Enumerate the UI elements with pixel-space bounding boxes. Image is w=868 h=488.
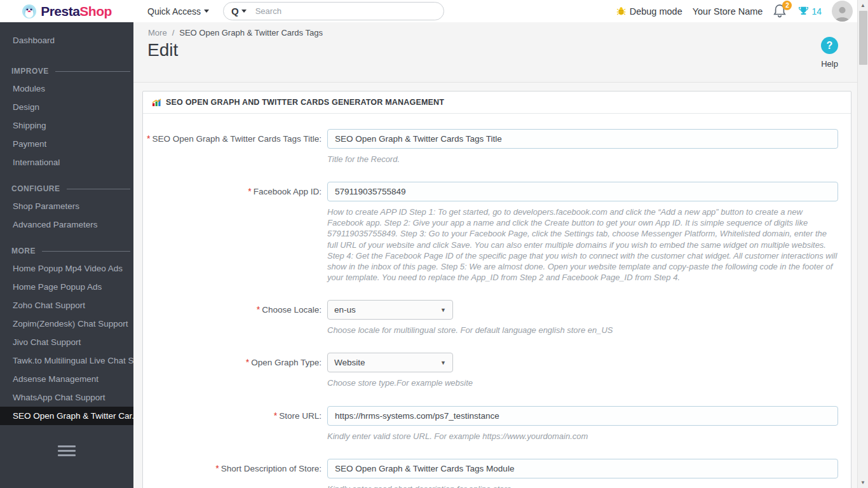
sidebar-section-configure: CONFIGURE Shop Parameters Advanced Param… bbox=[0, 180, 133, 234]
form-row-store-url: *Store URL: Kindly enter valid store URL… bbox=[143, 406, 851, 442]
tags-title-input[interactable] bbox=[327, 129, 838, 149]
search-placeholder: Search bbox=[255, 6, 281, 16]
scrollbar-down-arrow-icon[interactable]: ▼ bbox=[858, 477, 868, 488]
open-graph-type-select[interactable]: Website ▼ bbox=[327, 353, 453, 372]
panel-title: SEO OPEN GRAPH AND TWITTER CARDS GENERAT… bbox=[166, 98, 444, 107]
required-marker: * bbox=[274, 410, 277, 421]
menu-collapse-icon[interactable] bbox=[58, 445, 76, 456]
locale-selected-value: en-us bbox=[334, 305, 440, 315]
sidebar-item-home-popup-mp4-video-ads[interactable]: Home Popup Mp4 Video Ads bbox=[0, 259, 133, 278]
section-header-configure: CONFIGURE bbox=[0, 180, 133, 197]
field-label: *Open Graph Type: bbox=[143, 353, 327, 388]
bug-icon bbox=[616, 6, 626, 16]
logo-text: PrestaShop bbox=[41, 4, 112, 19]
search-icon[interactable]: Q bbox=[231, 6, 239, 17]
quick-access-dropdown[interactable]: Quick Access bbox=[147, 6, 209, 17]
sidebar-item-international[interactable]: International bbox=[0, 153, 133, 172]
debug-mode-indicator[interactable]: Debug mode bbox=[616, 6, 682, 17]
locale-select[interactable]: en-us ▼ bbox=[327, 300, 453, 320]
notifications-badge: 2 bbox=[782, 1, 792, 10]
sidebar-item-zopim-zendesk-chat-support[interactable]: Zopim(Zendesk) Chat Support bbox=[0, 315, 133, 333]
sidebar-item-tawkto-multilingual-live-chat[interactable]: Tawk.to Multilingual Live Chat S... bbox=[0, 351, 133, 370]
store-url-input[interactable] bbox=[327, 406, 838, 426]
prestashop-mascot-icon bbox=[22, 4, 37, 19]
form-row-tags-title: *SEO Open Graph & Twitter Cards Tags Tit… bbox=[143, 129, 851, 165]
scrollbar-up-arrow-icon[interactable]: ▲ bbox=[858, 0, 868, 11]
section-header-more: MORE bbox=[0, 243, 133, 259]
prestashop-logo[interactable]: PrestaShop bbox=[0, 0, 133, 22]
form-row-choose-locale: *Choose Locale: en-us ▼ Choose locale fo… bbox=[143, 300, 851, 336]
required-marker: * bbox=[246, 357, 249, 367]
required-marker: * bbox=[147, 133, 150, 144]
sidebar-item-shop-parameters[interactable]: Shop Parameters bbox=[0, 197, 133, 215]
search-input[interactable]: Q Search bbox=[223, 2, 444, 20]
field-help-text: Choose store type.For example website bbox=[327, 377, 838, 388]
field-help-text: Kindly enter valid store URL. For exampl… bbox=[327, 431, 838, 442]
sidebar-item-advanced-parameters[interactable]: Advanced Parameters bbox=[0, 215, 133, 234]
field-label: *SEO Open Graph & Twitter Cards Tags Tit… bbox=[143, 129, 327, 165]
sidebar-item-design[interactable]: Design bbox=[0, 98, 133, 116]
notifications-button[interactable]: 2 bbox=[773, 3, 788, 20]
form-panel: SEO OPEN GRAPH AND TWITTER CARDS GENERAT… bbox=[142, 91, 851, 488]
sidebar-item-whatsapp-chat-support[interactable]: WhatsApp Chat Support bbox=[0, 388, 133, 407]
breadcrumb-current: SEO Open Graph & Twitter Cards Tags bbox=[179, 28, 323, 37]
open-graph-type-selected-value: Website bbox=[334, 358, 440, 367]
field-help-text: Choose locale for multilingual store. Fo… bbox=[327, 325, 838, 336]
sidebar-item-dashboard[interactable]: Dashboard bbox=[0, 22, 133, 54]
sidebar-item-zoho-chat-support[interactable]: Zoho Chat Support bbox=[0, 296, 133, 315]
topbar-right-group: Debug mode Your Store Name 2 14 bbox=[616, 1, 868, 22]
sidebar-item-adsense-management[interactable]: Adsense Management bbox=[0, 370, 133, 388]
field-help-text: Title for the Record. bbox=[327, 154, 838, 165]
field-label: *Facebook App ID: bbox=[143, 182, 327, 283]
form-row-open-graph-type: *Open Graph Type: Website ▼ Choose store… bbox=[143, 353, 851, 388]
required-marker: * bbox=[248, 186, 251, 196]
field-label: *Choose Locale: bbox=[143, 300, 327, 336]
form: *SEO Open Graph & Twitter Cards Tags Tit… bbox=[143, 114, 851, 488]
facebook-app-id-input[interactable] bbox=[327, 182, 838, 201]
chevron-down-icon: ▼ bbox=[440, 360, 446, 366]
search-scope-chevron-icon[interactable] bbox=[241, 10, 247, 13]
sidebar-section-improve: IMPROVE Modules Design Shipping Payment … bbox=[0, 63, 133, 172]
scrollbar-thumb[interactable] bbox=[859, 11, 867, 65]
short-description-input[interactable] bbox=[327, 459, 838, 478]
field-help-text: How to create APP ID Step 1: To get star… bbox=[327, 207, 838, 283]
chevron-down-icon: ▼ bbox=[440, 307, 446, 313]
sidebar-item-shipping[interactable]: Shipping bbox=[0, 116, 133, 135]
help-icon: ? bbox=[821, 37, 838, 54]
sidebar-item-jivo-chat-support[interactable]: Jivo Chat Support bbox=[0, 333, 133, 351]
panel-header: SEO OPEN GRAPH AND TWITTER CARDS GENERAT… bbox=[143, 92, 851, 114]
sidebar-item-modules[interactable]: Modules bbox=[0, 79, 133, 98]
page-header-strip: More / SEO Open Graph & Twitter Cards Ta… bbox=[133, 22, 857, 83]
help-label: Help bbox=[821, 59, 838, 69]
avatar[interactable] bbox=[832, 1, 853, 22]
trophy-icon bbox=[798, 6, 809, 17]
field-label: *Short Description of Store: bbox=[143, 459, 327, 488]
top-header-bar: PrestaShop Quick Access Q Search Debug m… bbox=[0, 0, 868, 22]
stats-chart-icon bbox=[152, 98, 161, 107]
chevron-down-icon bbox=[204, 10, 209, 13]
page-title: Edit bbox=[133, 37, 857, 60]
sidebar-item-payment[interactable]: Payment bbox=[0, 135, 133, 153]
quick-access-label: Quick Access bbox=[147, 6, 201, 17]
breadcrumb-parent[interactable]: More bbox=[148, 28, 167, 37]
main-content: More / SEO Open Graph & Twitter Cards Ta… bbox=[133, 22, 857, 488]
trophy-count: 14 bbox=[811, 6, 822, 17]
field-help-text: Kindly enter good short description for … bbox=[327, 484, 838, 488]
section-header-improve: IMPROVE bbox=[0, 63, 133, 79]
help-button[interactable]: ? Help bbox=[821, 37, 838, 69]
sidebar-item-home-page-popup-ads[interactable]: Home Page Popup Ads bbox=[0, 278, 133, 296]
sidebar-section-more: MORE Home Popup Mp4 Video Ads Home Page … bbox=[0, 243, 133, 425]
sidebar-nav: Dashboard IMPROVE Modules Design Shippin… bbox=[0, 22, 133, 488]
user-silhouette-icon bbox=[834, 4, 851, 22]
required-marker: * bbox=[257, 304, 260, 315]
store-name-link[interactable]: Your Store Name bbox=[693, 6, 763, 17]
breadcrumb-separator: / bbox=[172, 28, 175, 37]
required-marker: * bbox=[215, 463, 219, 473]
form-row-short-description: *Short Description of Store: Kindly ente… bbox=[143, 459, 851, 488]
form-row-facebook-app-id: *Facebook App ID: How to create APP ID S… bbox=[143, 182, 851, 283]
debug-mode-label: Debug mode bbox=[630, 6, 682, 17]
field-label: *Store URL: bbox=[143, 406, 327, 442]
vertical-scrollbar[interactable]: ▲ ▼ bbox=[857, 0, 868, 488]
achievements-button[interactable]: 14 bbox=[798, 6, 822, 17]
sidebar-item-seo-open-graph-twitter-cards[interactable]: SEO Open Graph & Twitter Car... bbox=[0, 407, 133, 425]
